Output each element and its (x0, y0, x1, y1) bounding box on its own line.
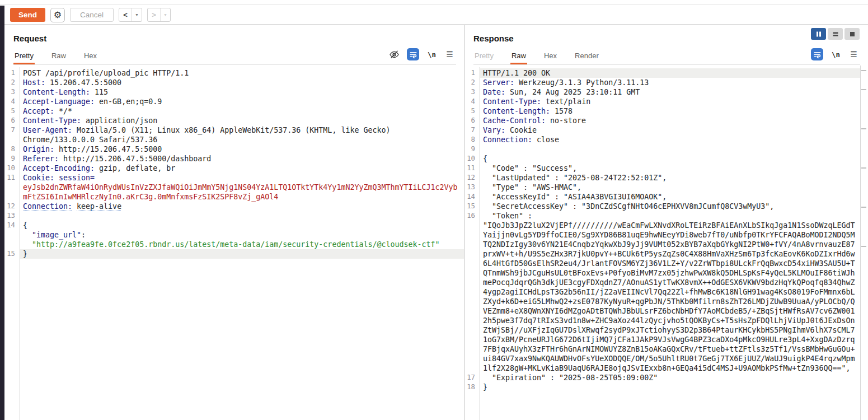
code-line[interactable]: 15} (4, 249, 464, 259)
tab-hex[interactable]: Hex (83, 52, 98, 64)
line-number (465, 268, 479, 278)
line-content: } (19, 249, 464, 259)
code-line[interactable]: 6Cache-Control: no-store (465, 116, 860, 125)
line-content: 1lf2X28gW+MKLvKiaB9UaqU6RAJE8ojqJSvIExxb… (479, 363, 860, 373)
request-editor[interactable]: 1POST /api/profile/upload_pic HTTP/1.12H… (4, 67, 464, 259)
code-line[interactable]: 2Server: Werkzeug/3.1.3 Python/3.11.13 (465, 78, 860, 87)
tab-raw[interactable]: Raw (50, 52, 67, 64)
code-line[interactable]: 16 "Token" : (465, 211, 860, 221)
code-line[interactable]: 3Content-Length: 115 (4, 87, 464, 97)
code-line[interactable]: ZXyd+k6D+eiG5LMhwQ2+zsE0787KyNyuR+qgPbJN… (465, 297, 860, 306)
code-line[interactable]: 1HTTP/1.1 200 OK (465, 68, 860, 78)
code-line[interactable]: 2h5pwe3f7dq7tRIxS3vd1n8w+ZHC9aXoz44lzQyc… (465, 316, 860, 325)
code-line[interactable]: 12 "LastUpdated" : "2025-08-24T22:52:01Z… (465, 173, 860, 183)
response-scrollbar[interactable] (860, 66, 868, 420)
line-number: 8 (465, 135, 479, 144)
code-line[interactable]: 5Content-Length: 1578 (465, 106, 860, 116)
code-line[interactable]: "IQoJb3JpZ2luX2VjEPf//////////wEaCmFwLXN… (465, 221, 860, 230)
code-line[interactable]: 2Host: 15.206.47.5:5000 (4, 78, 464, 87)
eye-off-icon (389, 49, 400, 60)
response-menu-button[interactable]: ☰ (848, 49, 859, 60)
code-line[interactable]: 17 "Expiration" : "2025-08-25T05:09:00Z" (465, 373, 860, 382)
line-content: 7FBjqxAUyhX3zFTHr6hGnArNIMOWUYZ8ZnB15oAK… (479, 344, 860, 354)
code-line[interactable]: 9 (465, 144, 860, 154)
code-line[interactable]: ZtWjSBj//uXFjzIqGU7DslXRwqf2sydP9xJTctio… (465, 325, 860, 335)
code-line[interactable]: 6L4HtGfD50GsElhSR2eu4/JrlantFOVSM6YZj36V… (465, 259, 860, 268)
line-number: 10 (465, 154, 479, 164)
word-wrap-toggle[interactable] (811, 48, 823, 60)
code-line[interactable]: 10Accept-Encoding: gzip, deflate, br (4, 164, 464, 173)
tab-pretty[interactable]: Pretty (13, 52, 35, 64)
window-top-strip (0, 0, 868, 5)
code-line[interactable]: 4Content-Type: text/plain (465, 97, 860, 106)
response-editor[interactable]: 1HTTP/1.1 200 OK2Server: Werkzeug/3.1.3 … (465, 67, 860, 392)
code-line[interactable]: 18} (465, 382, 860, 392)
code-line[interactable]: Chrome/133.0.0.0 Safari/537.36 (4, 135, 464, 144)
code-line[interactable]: QTnmWSh9jbJCguHsUL0tBFoxEvs+P0fyoBiMvM7z… (465, 268, 860, 278)
back-button[interactable]: < ▼ (119, 8, 142, 22)
code-line[interactable]: 11 "Code" : "Success", (465, 164, 860, 173)
tab-render[interactable]: Render (574, 52, 600, 64)
code-line[interactable]: 5Accept: */* (4, 106, 464, 116)
code-line[interactable]: mePocqJdqrQGh3dkjUE3cgyFDXqdnZ7/AOnuAS1y… (465, 278, 860, 287)
code-line[interactable]: VEZmm8+eX8QWnXNYI6dMZgoADtBTQWhJBbULsrFZ… (465, 306, 860, 316)
forward-caret-icon[interactable]: ▼ (161, 8, 170, 21)
code-line[interactable]: ui84GV7xax9NwKQAUWDHvOFsYUeXODQQE/OM/5o5… (465, 354, 860, 363)
line-content: "http://a9fea9fe.0fce2f05.rbndr.us/lates… (19, 240, 464, 249)
code-line[interactable]: 6Content-Type: application/json (4, 116, 464, 125)
code-line[interactable]: 7User-Agent: Mozilla/5.0 (X11; Linux x86… (4, 125, 464, 135)
word-wrap-toggle[interactable] (407, 48, 419, 60)
code-line[interactable]: 8Origin: http://15.206.47.5:5000 (4, 144, 464, 154)
line-number: 14 (465, 192, 479, 202)
line-content: "SecretAccessKey" : "3DnCZdSCgfNHtO46cEP… (479, 202, 860, 211)
forward-button[interactable]: > ▼ (147, 8, 171, 22)
word-wrap-icon (813, 50, 822, 59)
request-menu-button[interactable]: ☰ (444, 49, 455, 60)
single-pane-icon (849, 31, 856, 38)
line-number (465, 249, 479, 259)
tab-hex[interactable]: Hex (543, 52, 558, 64)
columns-layout-button[interactable] (811, 28, 826, 40)
code-line[interactable]: 4Accept-Language: en-GB,en;q=0.9 (4, 97, 464, 106)
code-line[interactable]: 10{ (465, 154, 860, 164)
code-line[interactable]: 11Cookie: session= (4, 173, 464, 183)
code-line[interactable]: 14 "AccessKeyId" : "ASIA4A3BVGI3UI6MOAOK… (465, 192, 860, 202)
back-caret-icon[interactable]: ▼ (132, 8, 142, 21)
tab-pretty[interactable]: Pretty (473, 52, 495, 64)
code-line[interactable]: 13 (4, 211, 464, 221)
code-line[interactable]: 7FBjqxAUyhX3zFTHr6hGnArNIMOWUYZ8ZnB15oAK… (465, 344, 860, 354)
settings-button[interactable]: ⚙ (50, 8, 65, 22)
code-line[interactable]: 9Referer: http://15.206.47.5:5000/dashbo… (4, 154, 464, 164)
show-newlines-toggle[interactable]: \n (426, 49, 437, 60)
code-line[interactable]: "image_url": (4, 230, 464, 240)
code-line[interactable]: 13 "Type" : "AWS-HMAC", (465, 183, 860, 192)
line-number: 4 (4, 97, 19, 106)
code-line[interactable]: 1lf2X28gW+MKLvKiaB9UaqU6RAJE8ojqJSvIExxb… (465, 363, 860, 373)
rows-layout-button[interactable] (828, 28, 843, 40)
code-line[interactable]: 3Date: Sun, 24 Aug 2025 23:10:11 GMT (465, 87, 860, 97)
code-line[interactable]: "http://a9fea9fe.0fce2f05.rbndr.us/lates… (4, 240, 464, 249)
code-line[interactable]: 4ygp2agiICHdLpsT3G2b56nII/jZ2aVEIINcVl7Q… (465, 287, 860, 297)
code-line[interactable]: eyJsb2dnZWRfaW4iOnRydWUsInVzZXJfaWQiOiJm… (4, 183, 464, 192)
send-button[interactable]: Send (10, 8, 45, 22)
code-line[interactable]: TQ2NDIzIgy30v6YN21E4CnqbzYqkwXbJ9yJj9VUM… (465, 240, 860, 249)
gear-icon: ⚙ (54, 10, 62, 20)
code-line[interactable]: Yaijjn0vLg5YD9ffoCIE0/Sg9XYD86B81uqE9hwN… (465, 230, 860, 240)
code-line[interactable]: 8Connection: close (465, 135, 860, 144)
code-line[interactable]: prxWV+t+h/U9S5eZHx3R7jkU0pvY++BCUk6tP5ys… (465, 249, 860, 259)
line-number: 2 (4, 78, 19, 87)
tab-raw[interactable]: Raw (510, 52, 527, 64)
single-layout-button[interactable] (844, 28, 860, 40)
code-line[interactable]: 7Vary: Cookie (465, 125, 860, 135)
code-line[interactable]: 1oG7xBM/PcneURJlG672D6tIjiMQ7jCFa1JAkP9V… (465, 335, 860, 344)
code-line[interactable]: 12Connection: keep-alive (4, 202, 464, 211)
line-number: 4 (465, 97, 479, 106)
cancel-button[interactable]: Cancel (70, 8, 114, 22)
hide-nonprintable-button[interactable] (389, 49, 400, 60)
code-line[interactable]: 1POST /api/profile/upload_pic HTTP/1.1 (4, 68, 464, 78)
code-line[interactable]: 15 "SecretAccessKey" : "3DnCZdSCgfNHtO46… (465, 202, 860, 211)
show-newlines-toggle[interactable]: \n (831, 49, 841, 60)
code-line[interactable]: mFtZSI6InIwMHRlczNyIn0.aKrC3g.0mMnfxmsFz… (4, 192, 464, 202)
line-content: "LastUpdated" : "2025-08-24T22:52:01Z", (479, 173, 860, 183)
code-line[interactable]: 14{ (4, 221, 464, 230)
